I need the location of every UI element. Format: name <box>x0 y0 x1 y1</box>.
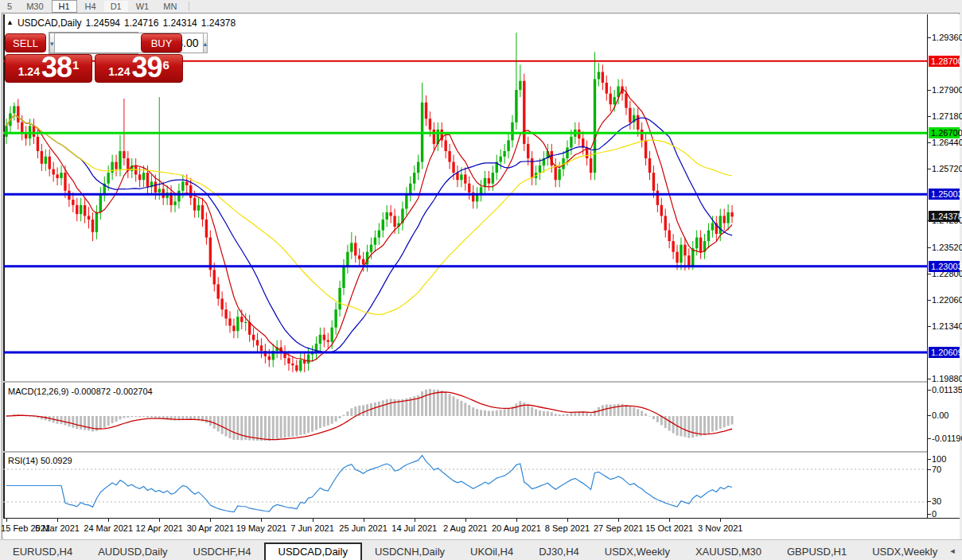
candle-body <box>637 115 639 130</box>
macd-histogram-bar <box>496 410 498 416</box>
macd-histogram-bar <box>130 416 133 417</box>
candle-body <box>511 122 513 141</box>
chart-symbol-label: USDCAD,Daily <box>18 18 82 29</box>
period-button-mn[interactable]: MN <box>157 1 183 12</box>
macd-histogram-bar <box>652 416 655 419</box>
macd-histogram-bar <box>256 416 259 441</box>
candle-body <box>240 317 243 322</box>
candle-body <box>641 130 643 141</box>
candle-body <box>111 162 113 173</box>
candle-body <box>354 243 356 255</box>
macd-histogram-bar <box>92 416 94 431</box>
chart-tab-eurusd-h4[interactable]: EURUSD,H4 <box>0 543 85 560</box>
candle-body <box>346 252 349 266</box>
buy-price-button[interactable]: 1.24 39 6 <box>95 54 183 83</box>
macd-histogram-bar <box>76 416 78 429</box>
date-axis-label: 8 Sep 2021 <box>545 523 590 533</box>
period-button-m30[interactable]: M30 <box>20 1 49 12</box>
macd-histogram-bar <box>146 416 149 418</box>
candle-body <box>468 184 470 192</box>
sell-price-pip: 1 <box>72 58 79 72</box>
macd-histogram-bar <box>268 416 271 441</box>
candle-body <box>84 205 86 216</box>
candle-body <box>193 198 196 211</box>
macd-histogram-bar <box>535 409 537 416</box>
candle-body <box>80 205 82 214</box>
chart-tab-usdx-weekly[interactable]: USDX,Weekly <box>592 543 683 560</box>
macd-histogram-bar <box>488 411 490 416</box>
macd-axis-label: 0.00 <box>932 410 948 420</box>
level-price-badge: 1.25003 <box>929 189 960 200</box>
chart-tab-audusd-daily[interactable]: AUDUSD,Daily <box>85 543 180 560</box>
period-button-h1[interactable]: H1 <box>52 0 77 13</box>
candle-body <box>173 201 176 205</box>
macd-histogram-bar <box>119 416 121 419</box>
rsi-pane-splitter[interactable] <box>3 451 927 453</box>
candle-body <box>691 248 694 266</box>
axis-tick-mark <box>928 469 931 470</box>
candle-body <box>213 270 216 284</box>
axis-tick-mark <box>928 247 931 248</box>
date-tick-mark <box>364 519 364 522</box>
date-tick-mark <box>465 519 466 522</box>
buy-button[interactable]: BUY <box>141 33 182 52</box>
chart-tab-usdx-weekly[interactable]: USDX,Weekly <box>859 543 950 560</box>
period-button-h4[interactable]: H4 <box>79 1 103 12</box>
application-window: 5M30H1H4D1W1MN ▲ USDCAD,Daily 1.24594 1.… <box>0 0 962 560</box>
chart-tab-xauusd-m30[interactable]: XAUUSD,M30 <box>683 543 774 560</box>
candle-body <box>488 178 490 184</box>
macd-histogram-bar <box>680 416 682 436</box>
candle-body <box>503 151 505 157</box>
macd-histogram-bar <box>668 416 671 431</box>
period-button-5[interactable]: 5 <box>1 1 18 12</box>
macd-histogram-bar <box>594 410 596 416</box>
price-axis[interactable]: 1.293601.279001.271801.264401.257201.242… <box>927 14 960 518</box>
candle-body <box>362 259 364 265</box>
chart-tab-usdchf-h4[interactable]: USDCHF,H4 <box>181 543 264 560</box>
price-axis-label: 1.25720 <box>932 164 962 173</box>
axis-tick-mark <box>928 390 931 391</box>
candle-body <box>558 169 560 181</box>
candle-body <box>378 231 380 238</box>
chart-tab-ukoil-h4[interactable]: UKOil,H4 <box>458 543 526 560</box>
macd-histogram-bar <box>221 416 224 434</box>
date-tick-mark <box>516 519 517 522</box>
date-axis-label: 24 Mar 2021 <box>84 523 133 533</box>
macd-histogram-bar <box>138 416 141 417</box>
macd-histogram-bar <box>610 405 612 416</box>
candle-body <box>224 309 227 318</box>
sell-button[interactable]: SELL <box>5 33 46 52</box>
period-button-w1[interactable]: W1 <box>130 1 156 12</box>
collapse-triangle-icon[interactable]: ▲ <box>6 18 14 26</box>
macd-histogram-bar <box>441 391 443 416</box>
chart-tab-dj30-h4[interactable]: DJ30,H4 <box>526 543 592 560</box>
macd-histogram-bar <box>127 416 129 418</box>
macd-histogram-bar <box>699 416 702 436</box>
candle-body <box>582 138 584 147</box>
chart-tab-usdcnh-daily[interactable]: USDCNH,Daily <box>362 543 458 560</box>
candle-body <box>492 173 494 184</box>
date-axis[interactable]: 15 Feb 20215 Mar 202124 Mar 202112 Apr 2… <box>3 518 960 539</box>
candle-body <box>115 162 117 169</box>
tab-scroll-left-icon[interactable]: ◂ <box>950 546 955 556</box>
price-axis-label: 1.29360 <box>932 33 962 42</box>
candle-body <box>123 151 125 158</box>
chart-tab-usdcad-daily[interactable]: USDCAD,Daily <box>264 542 362 560</box>
macd-pane-splitter[interactable] <box>3 381 927 383</box>
macd-histogram-bar <box>586 413 588 416</box>
candle-body <box>64 173 66 191</box>
candle-body <box>602 72 604 83</box>
macd-histogram-bar <box>476 409 478 416</box>
period-button-d1[interactable]: D1 <box>104 1 128 12</box>
macd-histogram-bar <box>527 405 529 416</box>
rsi-indicator-chart[interactable] <box>3 453 927 518</box>
macd-histogram-bar <box>445 392 447 416</box>
sell-price-button[interactable]: 1.24 38 1 <box>5 54 92 83</box>
chart-tab-gbpusd-h1[interactable]: GBPUSD,H1 <box>774 543 859 560</box>
axis-tick-mark <box>928 142 931 143</box>
macd-histogram-bar <box>480 410 482 416</box>
candle-body <box>429 119 431 130</box>
macd-histogram-bar <box>142 416 145 417</box>
volume-increase-button[interactable]: ▴ <box>203 33 208 53</box>
quote-high: 1.24716 <box>124 18 158 29</box>
